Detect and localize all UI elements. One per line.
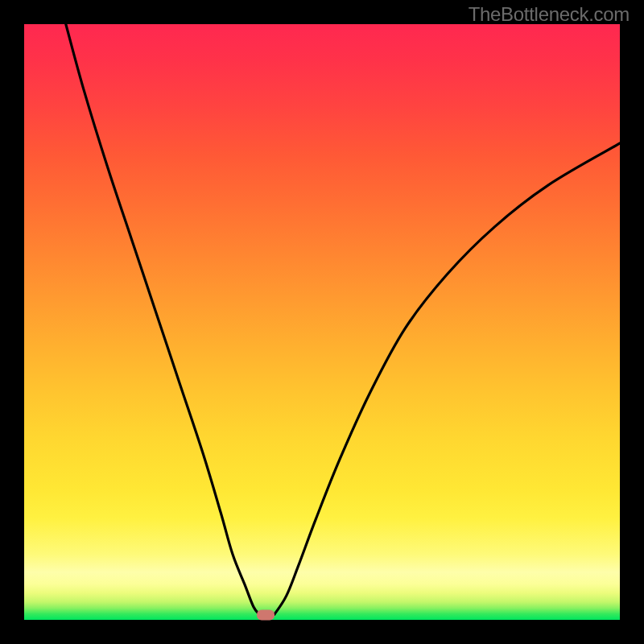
watermark-text: TheBottleneck.com xyxy=(469,3,630,26)
bottleneck-curve xyxy=(24,24,620,620)
minimum-marker xyxy=(257,610,275,621)
chart-plot-area xyxy=(24,24,620,620)
